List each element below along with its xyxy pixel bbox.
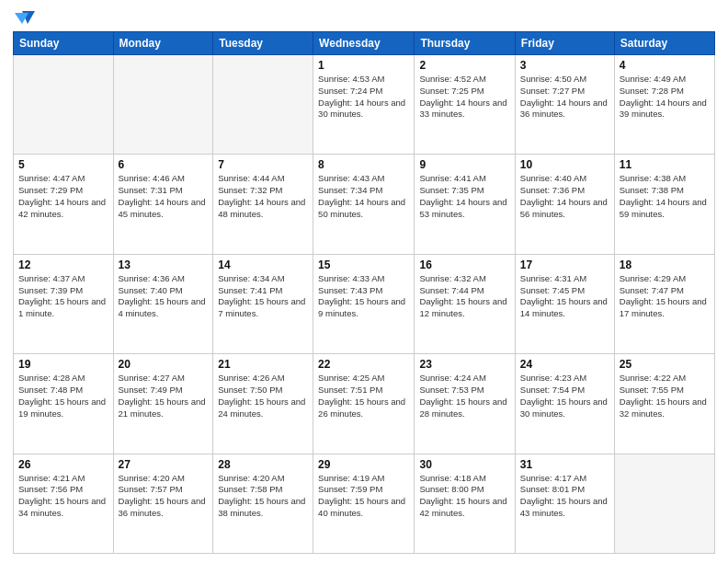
week-row-1: 1Sunrise: 4:53 AM Sunset: 7:24 PM Daylig…: [14, 55, 715, 155]
day-number: 7: [218, 158, 308, 171]
day-number: 1: [318, 59, 409, 72]
day-cell: 22Sunrise: 4:25 AM Sunset: 7:51 PM Dayli…: [313, 354, 415, 454]
weekday-monday: Monday: [113, 32, 213, 55]
day-cell: 15Sunrise: 4:33 AM Sunset: 7:43 PM Dayli…: [313, 254, 415, 353]
day-cell: 1Sunrise: 4:53 AM Sunset: 7:24 PM Daylig…: [313, 55, 415, 155]
day-info: Sunrise: 4:20 AM Sunset: 7:58 PM Dayligh…: [218, 473, 308, 520]
day-info: Sunrise: 4:33 AM Sunset: 7:43 PM Dayligh…: [318, 273, 409, 320]
day-number: 20: [119, 358, 209, 371]
day-info: Sunrise: 4:31 AM Sunset: 7:45 PM Dayligh…: [520, 273, 609, 320]
day-cell: 27Sunrise: 4:20 AM Sunset: 7:57 PM Dayli…: [113, 454, 213, 553]
weekday-friday: Friday: [515, 32, 614, 55]
day-info: Sunrise: 4:21 AM Sunset: 7:56 PM Dayligh…: [18, 473, 108, 520]
day-info: Sunrise: 4:52 AM Sunset: 7:25 PM Dayligh…: [419, 74, 509, 121]
day-number: 12: [18, 259, 108, 271]
day-cell: 3Sunrise: 4:50 AM Sunset: 7:27 PM Daylig…: [515, 55, 614, 155]
day-cell: 14Sunrise: 4:34 AM Sunset: 7:41 PM Dayli…: [213, 254, 313, 353]
day-cell: 24Sunrise: 4:23 AM Sunset: 7:54 PM Dayli…: [515, 354, 614, 454]
day-number: 29: [318, 458, 409, 471]
day-cell: [614, 454, 714, 553]
day-info: Sunrise: 4:23 AM Sunset: 7:54 PM Dayligh…: [520, 373, 609, 419]
weekday-saturday: Saturday: [614, 32, 714, 55]
day-cell: 7Sunrise: 4:44 AM Sunset: 7:32 PM Daylig…: [213, 155, 313, 254]
weekday-thursday: Thursday: [415, 32, 515, 55]
day-number: 30: [419, 458, 509, 471]
day-info: Sunrise: 4:47 AM Sunset: 7:29 PM Dayligh…: [18, 173, 108, 220]
day-number: 14: [218, 259, 308, 271]
day-info: Sunrise: 4:50 AM Sunset: 7:27 PM Dayligh…: [520, 74, 609, 121]
page: SundayMondayTuesdayWednesdayThursdayFrid…: [0, 0, 728, 563]
day-cell: [14, 55, 114, 155]
day-info: Sunrise: 4:26 AM Sunset: 7:50 PM Dayligh…: [218, 373, 308, 419]
day-cell: 5Sunrise: 4:47 AM Sunset: 7:29 PM Daylig…: [14, 155, 114, 254]
day-number: 8: [318, 158, 409, 171]
day-cell: 8Sunrise: 4:43 AM Sunset: 7:34 PM Daylig…: [313, 155, 415, 254]
day-cell: [113, 55, 213, 155]
day-info: Sunrise: 4:49 AM Sunset: 7:28 PM Dayligh…: [620, 74, 710, 121]
day-number: 23: [419, 358, 509, 371]
day-info: Sunrise: 4:36 AM Sunset: 7:40 PM Dayligh…: [119, 273, 209, 320]
day-number: 10: [520, 158, 609, 171]
day-info: Sunrise: 4:18 AM Sunset: 8:00 PM Dayligh…: [419, 473, 509, 520]
day-info: Sunrise: 4:19 AM Sunset: 7:59 PM Dayligh…: [318, 473, 409, 520]
day-cell: 21Sunrise: 4:26 AM Sunset: 7:50 PM Dayli…: [213, 354, 313, 454]
calendar-table: SundayMondayTuesdayWednesdayThursdayFrid…: [13, 31, 715, 554]
day-cell: 9Sunrise: 4:41 AM Sunset: 7:35 PM Daylig…: [415, 155, 515, 254]
day-cell: 25Sunrise: 4:22 AM Sunset: 7:55 PM Dayli…: [614, 354, 714, 454]
day-number: 21: [218, 358, 308, 371]
day-info: Sunrise: 4:44 AM Sunset: 7:32 PM Dayligh…: [218, 173, 308, 220]
day-number: 5: [18, 158, 108, 171]
day-info: Sunrise: 4:38 AM Sunset: 7:38 PM Dayligh…: [620, 173, 710, 220]
day-cell: [213, 55, 313, 155]
day-number: 17: [520, 259, 609, 271]
day-cell: 11Sunrise: 4:38 AM Sunset: 7:38 PM Dayli…: [614, 155, 714, 254]
day-info: Sunrise: 4:27 AM Sunset: 7:49 PM Dayligh…: [119, 373, 209, 419]
day-cell: 12Sunrise: 4:37 AM Sunset: 7:39 PM Dayli…: [14, 254, 114, 353]
day-info: Sunrise: 4:41 AM Sunset: 7:35 PM Dayligh…: [419, 173, 509, 220]
day-number: 31: [520, 458, 609, 471]
day-info: Sunrise: 4:53 AM Sunset: 7:24 PM Dayligh…: [318, 74, 409, 121]
day-number: 2: [419, 59, 509, 72]
day-info: Sunrise: 4:40 AM Sunset: 7:36 PM Dayligh…: [520, 173, 609, 220]
day-info: Sunrise: 4:22 AM Sunset: 7:55 PM Dayligh…: [620, 373, 710, 419]
header: [13, 9, 715, 26]
day-number: 24: [520, 358, 609, 371]
day-number: 3: [520, 59, 609, 72]
day-cell: 29Sunrise: 4:19 AM Sunset: 7:59 PM Dayli…: [313, 454, 415, 553]
day-number: 11: [620, 158, 710, 171]
day-info: Sunrise: 4:37 AM Sunset: 7:39 PM Dayligh…: [18, 273, 108, 320]
day-cell: 18Sunrise: 4:29 AM Sunset: 7:47 PM Dayli…: [614, 254, 714, 353]
day-cell: 26Sunrise: 4:21 AM Sunset: 7:56 PM Dayli…: [14, 454, 114, 553]
day-cell: 17Sunrise: 4:31 AM Sunset: 7:45 PM Dayli…: [515, 254, 614, 353]
day-info: Sunrise: 4:46 AM Sunset: 7:31 PM Dayligh…: [119, 173, 209, 220]
day-info: Sunrise: 4:43 AM Sunset: 7:34 PM Dayligh…: [318, 173, 409, 220]
day-info: Sunrise: 4:17 AM Sunset: 8:01 PM Dayligh…: [520, 473, 609, 520]
day-cell: 4Sunrise: 4:49 AM Sunset: 7:28 PM Daylig…: [614, 55, 714, 155]
week-row-4: 19Sunrise: 4:28 AM Sunset: 7:48 PM Dayli…: [14, 354, 715, 454]
day-info: Sunrise: 4:32 AM Sunset: 7:44 PM Dayligh…: [419, 273, 509, 320]
weekday-tuesday: Tuesday: [213, 32, 313, 55]
day-cell: 31Sunrise: 4:17 AM Sunset: 8:01 PM Dayli…: [515, 454, 614, 553]
day-number: 22: [318, 358, 409, 371]
day-number: 18: [620, 259, 710, 271]
day-info: Sunrise: 4:28 AM Sunset: 7:48 PM Dayligh…: [18, 373, 108, 419]
day-number: 19: [18, 358, 108, 371]
day-info: Sunrise: 4:25 AM Sunset: 7:51 PM Dayligh…: [318, 373, 409, 419]
day-cell: 13Sunrise: 4:36 AM Sunset: 7:40 PM Dayli…: [113, 254, 213, 353]
day-cell: 23Sunrise: 4:24 AM Sunset: 7:53 PM Dayli…: [415, 354, 515, 454]
day-cell: 30Sunrise: 4:18 AM Sunset: 8:00 PM Dayli…: [415, 454, 515, 553]
day-info: Sunrise: 4:20 AM Sunset: 7:57 PM Dayligh…: [119, 473, 209, 520]
week-row-5: 26Sunrise: 4:21 AM Sunset: 7:56 PM Dayli…: [14, 454, 715, 553]
day-number: 26: [18, 458, 108, 471]
day-info: Sunrise: 4:24 AM Sunset: 7:53 PM Dayligh…: [419, 373, 509, 419]
day-cell: 20Sunrise: 4:27 AM Sunset: 7:49 PM Dayli…: [113, 354, 213, 454]
day-number: 4: [620, 59, 710, 72]
week-row-3: 12Sunrise: 4:37 AM Sunset: 7:39 PM Dayli…: [14, 254, 715, 353]
day-number: 27: [119, 458, 209, 471]
day-cell: 16Sunrise: 4:32 AM Sunset: 7:44 PM Dayli…: [415, 254, 515, 353]
weekday-wednesday: Wednesday: [313, 32, 415, 55]
day-number: 6: [119, 158, 209, 171]
weekday-sunday: Sunday: [14, 32, 114, 55]
day-number: 16: [419, 259, 509, 271]
day-number: 9: [419, 158, 509, 171]
